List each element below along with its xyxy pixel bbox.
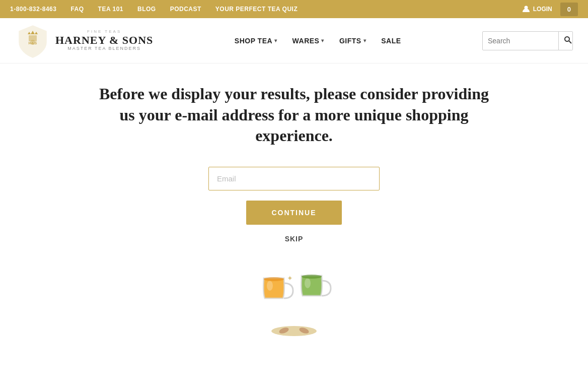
tea101-link[interactable]: TEA 101 bbox=[98, 6, 123, 13]
svg-line-5 bbox=[569, 41, 572, 43]
faq-link[interactable]: FAQ bbox=[70, 6, 84, 13]
nav-sale[interactable]: SALE bbox=[381, 37, 401, 45]
nav-shop-tea-label: SHOP TEA bbox=[235, 37, 272, 45]
continue-button[interactable]: CONTINUE bbox=[246, 201, 341, 225]
email-input[interactable] bbox=[208, 167, 380, 190]
nav-shop-tea[interactable]: SHOP TEA ▾ bbox=[235, 37, 277, 45]
logo-name: HARNEY & SONS bbox=[55, 34, 153, 46]
podcast-link[interactable]: PODCAST bbox=[170, 6, 201, 13]
tea-leaves-illustration bbox=[269, 323, 319, 339]
main-nav: SHOP TEA ▾ WARES ▾ GIFTS ▾ SALE bbox=[235, 37, 401, 45]
nav-gifts[interactable]: GIFTS ▾ bbox=[339, 37, 366, 45]
header: H&S FINE TEAS HARNEY & SONS MASTER TEA B… bbox=[0, 18, 588, 63]
nav-wares-label: WARES bbox=[292, 37, 320, 45]
svg-point-8 bbox=[305, 278, 311, 288]
search-area bbox=[482, 31, 573, 50]
top-bar: 1-800-832-8463 FAQ TEA 101 BLOG PODCAST … bbox=[0, 0, 588, 18]
email-input-wrap bbox=[208, 167, 380, 190]
skip-link[interactable]: SKIP bbox=[285, 235, 304, 243]
logo-tagline: MASTER TEA BLENDERS bbox=[67, 46, 141, 51]
page-headline: Before we display your results, please c… bbox=[93, 84, 495, 147]
search-button[interactable] bbox=[558, 32, 573, 50]
nav-wares[interactable]: WARES ▾ bbox=[292, 37, 324, 45]
logo-icon: H&S bbox=[15, 23, 50, 58]
svg-point-6 bbox=[267, 281, 273, 291]
main-content: Before we display your results, please c… bbox=[0, 63, 588, 349]
search-icon bbox=[564, 36, 572, 44]
svg-text:✦: ✦ bbox=[287, 274, 293, 282]
svg-point-9 bbox=[302, 275, 322, 279]
login-link[interactable]: LOGIN bbox=[522, 5, 552, 13]
svg-point-4 bbox=[565, 37, 569, 41]
person-icon bbox=[522, 5, 530, 13]
nav-gifts-chevron: ▾ bbox=[363, 38, 366, 43]
cart-count: 0 bbox=[567, 6, 571, 13]
nav-shop-tea-chevron: ▾ bbox=[274, 38, 277, 43]
top-bar-right: LOGIN 0 bbox=[522, 3, 578, 16]
search-input[interactable] bbox=[483, 33, 558, 49]
blog-link[interactable]: BLOG bbox=[137, 6, 156, 13]
logo-area[interactable]: H&S FINE TEAS HARNEY & SONS MASTER TEA B… bbox=[15, 23, 153, 58]
cart-button[interactable]: 0 bbox=[560, 3, 578, 16]
nav-gifts-label: GIFTS bbox=[339, 37, 361, 45]
nav-sale-label: SALE bbox=[381, 37, 401, 45]
logo-text: FINE TEAS HARNEY & SONS MASTER TEA BLEND… bbox=[55, 30, 153, 51]
svg-text:H&S: H&S bbox=[29, 41, 38, 45]
svg-point-11 bbox=[271, 326, 317, 336]
login-label: LOGIN bbox=[533, 6, 552, 13]
svg-point-7 bbox=[264, 277, 284, 281]
top-bar-links: 1-800-832-8463 FAQ TEA 101 BLOG PODCAST … bbox=[10, 6, 298, 13]
phone-link[interactable]: 1-800-832-8463 bbox=[10, 6, 56, 13]
tea-cups-illustration: ✦ bbox=[244, 263, 344, 313]
quiz-link[interactable]: YOUR PERFECT TEA QUIZ bbox=[215, 6, 298, 13]
nav-wares-chevron: ▾ bbox=[321, 38, 324, 43]
